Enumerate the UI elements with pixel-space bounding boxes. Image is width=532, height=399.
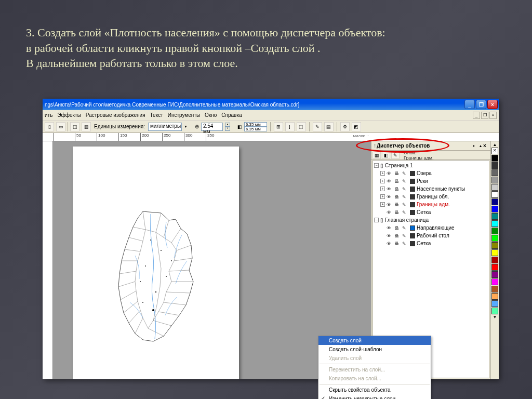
visibility-icon[interactable]: 👁 — [387, 241, 393, 246]
pages-icon[interactable]: ▥ — [82, 122, 91, 131]
mdi-close[interactable]: × — [489, 112, 497, 119]
nudge-spinner[interactable]: ▲▼ — [225, 123, 230, 131]
print-icon[interactable]: 🖶 — [394, 194, 401, 200]
color-swatch[interactable] — [491, 162, 498, 169]
menu-item[interactable]: Инструменты — [168, 112, 200, 118]
menu-item[interactable]: Текст — [150, 112, 163, 118]
color-swatch[interactable] — [491, 191, 498, 198]
edit-icon[interactable]: ✎ — [402, 202, 408, 207]
color-swatch[interactable] — [410, 225, 415, 231]
color-swatch[interactable] — [491, 271, 498, 278]
menu-create-master-layer[interactable]: Создать слой-шаблон — [318, 345, 431, 354]
color-swatch[interactable] — [410, 241, 415, 246]
expander-icon[interactable]: + — [380, 179, 385, 183]
dup-x-input[interactable]: 6.35 мм — [244, 122, 267, 127]
color-swatch[interactable] — [491, 228, 498, 234]
color-swatch[interactable] — [410, 194, 415, 200]
menu-create-layer[interactable]: Создать слой — [318, 336, 431, 345]
expander-icon[interactable]: + — [380, 202, 385, 207]
visibility-icon[interactable]: 👁 — [387, 210, 393, 215]
expander-icon[interactable]: − — [374, 218, 379, 222]
edit-icon[interactable]: ✎ — [402, 233, 408, 238]
close-button[interactable]: × — [487, 100, 498, 109]
color-swatch[interactable] — [491, 300, 498, 307]
tool-icon[interactable]: ◩ — [352, 122, 361, 131]
units-dropdown[interactable]: миллиметры — [148, 123, 182, 131]
color-swatch[interactable] — [491, 264, 498, 271]
dup-y-input[interactable]: 6.35 мм — [244, 127, 267, 131]
color-swatch[interactable] — [491, 184, 498, 191]
maximize-button[interactable]: ❐ — [476, 100, 486, 109]
print-icon[interactable]: 🖶 — [394, 179, 401, 184]
menu-hide-object-props[interactable]: Скрыть свойства объекта — [318, 385, 431, 394]
docker-collapse-icon[interactable]: ▴ — [480, 143, 482, 148]
visibility-icon[interactable]: 👁 — [387, 233, 393, 238]
tool-icon[interactable]: ✎ — [313, 122, 322, 131]
color-swatch[interactable] — [410, 179, 415, 184]
color-swatch[interactable] — [410, 171, 415, 176]
no-fill-swatch[interactable] — [491, 148, 498, 154]
edit-icon[interactable]: ✎ — [402, 194, 408, 200]
options-icon[interactable]: ⚙ — [340, 122, 350, 131]
expander-icon[interactable]: − — [374, 163, 379, 168]
color-swatch[interactable] — [491, 235, 498, 242]
color-swatch[interactable] — [491, 278, 498, 285]
portrait-icon[interactable]: ▯ — [45, 122, 54, 131]
color-swatch[interactable] — [491, 286, 498, 292]
color-swatch[interactable] — [491, 257, 498, 263]
color-swatch[interactable] — [491, 220, 498, 227]
docker-titlebar[interactable]: ⁝⁝ Диспетчер объектов ▸ ▴ × — [371, 141, 490, 151]
layer-tool-icon[interactable]: ◧ — [382, 152, 390, 159]
print-icon[interactable]: 🖶 — [394, 241, 401, 246]
landscape-icon[interactable]: ▭ — [56, 122, 65, 131]
mdi-restore[interactable]: ❐ — [481, 112, 488, 119]
color-swatch[interactable] — [491, 308, 498, 314]
color-swatch[interactable] — [491, 206, 498, 212]
color-swatch[interactable] — [410, 202, 415, 207]
color-swatch[interactable] — [491, 177, 498, 183]
visibility-icon[interactable]: 👁 — [387, 202, 393, 207]
tree-page-node[interactable]: − ▯ Страница 1 — [374, 162, 488, 169]
color-swatch[interactable] — [491, 169, 498, 176]
print-icon[interactable]: 🖶 — [394, 187, 401, 192]
snap-guides-icon[interactable]: ⫿ — [285, 122, 295, 131]
page-icon[interactable]: ◫ — [70, 122, 79, 131]
nudge-input[interactable]: 2.54 мм — [201, 123, 223, 131]
menu-item[interactable]: Справка — [221, 112, 242, 118]
snap-objects-icon[interactable]: ⬚ — [297, 122, 306, 131]
visibility-icon[interactable]: 👁 — [387, 187, 393, 192]
edit-icon[interactable]: ✎ — [402, 187, 408, 192]
print-icon[interactable]: 🖶 — [394, 202, 401, 207]
color-swatch[interactable] — [491, 155, 498, 162]
menu-item[interactable]: ить — [45, 112, 52, 118]
palette-down-arrow-icon[interactable]: ▼ — [491, 315, 498, 320]
docker-close-icon[interactable]: × — [483, 143, 488, 149]
edit-icon[interactable]: ✎ — [402, 179, 408, 184]
mdi-minimize[interactable]: _ — [473, 112, 480, 119]
color-swatch[interactable] — [491, 249, 498, 256]
visibility-icon[interactable]: 👁 — [387, 171, 393, 176]
tree-master-page-node[interactable]: − ▯ Главная страница — [374, 216, 488, 224]
visibility-icon[interactable]: 👁 — [387, 194, 393, 200]
expander-icon[interactable]: + — [380, 171, 385, 176]
edit-icon[interactable]: ✎ — [402, 210, 408, 215]
color-swatch[interactable] — [410, 233, 415, 238]
snap-icon[interactable]: ⊞ — [274, 122, 283, 131]
color-swatch[interactable] — [491, 213, 498, 220]
expander-icon[interactable]: + — [380, 194, 385, 199]
layer-tool-icon[interactable]: ▦ — [373, 152, 381, 159]
menu-item[interactable]: Эффекты — [57, 112, 81, 118]
edit-icon[interactable]: ✎ — [402, 225, 408, 231]
color-swatch[interactable] — [491, 198, 498, 205]
menu-item[interactable]: Окно — [205, 112, 217, 118]
print-icon[interactable]: 🖶 — [394, 210, 401, 215]
minimize-button[interactable]: _ — [464, 100, 475, 109]
edit-icon[interactable]: ✎ — [402, 171, 408, 176]
docker-flyout-arrow-icon[interactable]: ▸ — [473, 143, 478, 148]
print-icon[interactable]: 🖶 — [394, 225, 401, 231]
color-swatch[interactable] — [410, 210, 415, 215]
color-swatch[interactable] — [410, 187, 415, 192]
print-icon[interactable]: 🖶 — [394, 233, 401, 238]
edit-icon[interactable]: ✎ — [402, 241, 408, 246]
menu-item[interactable]: Растровые изображения — [86, 112, 145, 118]
